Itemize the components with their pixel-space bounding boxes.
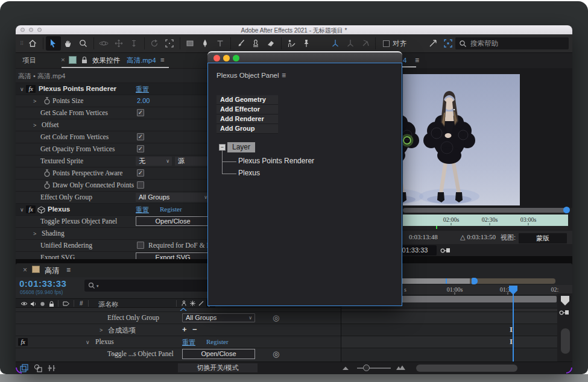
dolly-camera-tool[interactable] [127, 36, 142, 51]
minimize-window-icon[interactable] [223, 55, 230, 61]
lock-icon[interactable] [48, 301, 55, 307]
button-add-renderer[interactable]: Add Renderer [217, 114, 278, 124]
text-tool[interactable] [213, 36, 228, 51]
axis-local-tool[interactable] [327, 36, 343, 51]
snap-checkbox[interactable] [383, 40, 390, 47]
effect-row[interactable]: Points Perspective Aware✓ [16, 167, 212, 179]
tab-comp-name[interactable]: 高清 [45, 266, 59, 276]
checkbox[interactable]: ✓ [137, 145, 144, 152]
timeline-property-row[interactable]: >合成选项+− [16, 324, 341, 336]
viewer-h-scrollbar[interactable] [403, 208, 568, 213]
checkbox[interactable] [137, 242, 144, 249]
pen-tool[interactable] [198, 36, 213, 51]
expander-icon[interactable]: > [33, 230, 36, 237]
tree-item[interactable]: Plexus Points Renderer [238, 157, 314, 165]
expand-transfer-controls-icon[interactable] [34, 364, 43, 372]
expand-inout-columns-icon[interactable] [47, 364, 56, 372]
current-time-indicator-line[interactable] [513, 293, 514, 362]
pick-whip-icon[interactable]: ◎ [273, 313, 279, 323]
viewer-menu-icon[interactable]: ≡ [415, 56, 419, 64]
quality-icon[interactable] [198, 300, 204, 307]
pick-whip-icon[interactable]: ◎ [273, 349, 279, 359]
effect-row[interactable]: ∨fxPlexus Points Renderer重置 [16, 83, 212, 95]
puppet-pin-tool[interactable] [299, 36, 314, 51]
checkbox[interactable]: ✓ [137, 133, 144, 140]
mini-flowchart-icon[interactable] [559, 308, 570, 317]
panel-menu-icon[interactable]: ≡ [282, 71, 286, 80]
tab-project[interactable]: 项目 [22, 56, 36, 65]
timeline-menu-icon[interactable]: ≡ [66, 266, 71, 274]
panel-grip-icon[interactable]: ⠿ [20, 40, 24, 46]
add-icon[interactable]: + [182, 325, 187, 334]
link-重置[interactable]: 重置 [136, 85, 149, 94]
clone-stamp-tool[interactable] [248, 36, 264, 51]
collapse-transform-icon[interactable] [189, 300, 196, 307]
timeline-search-input[interactable]: ▾ [84, 280, 222, 292]
shared-view-tool[interactable] [425, 36, 440, 51]
axis-world-tool[interactable] [343, 36, 358, 51]
snap-toggle[interactable]: 对齐 [383, 39, 406, 48]
close-tab-icon[interactable]: × [23, 266, 27, 274]
collapse-chevron-icon[interactable]: ∨ [86, 339, 90, 346]
timeline-property-row[interactable]: fx∨Plexus重置Register [16, 336, 341, 348]
window-titlebar[interactable]: Adobe After Effects 2021 - 无标题项目 * [16, 25, 572, 34]
expander-icon[interactable]: > [100, 327, 103, 334]
effect-button[interactable]: Export SVG [136, 252, 210, 259]
effect-row[interactable]: Export SVGExport SVG [16, 251, 212, 259]
dropdown[interactable]: 无∨ [136, 157, 172, 166]
expander-icon[interactable]: > [33, 122, 36, 129]
tree-root-layer[interactable]: Layer [227, 142, 255, 152]
effect-row[interactable]: >Offset [16, 119, 212, 131]
row-button[interactable]: Open/Close [182, 349, 255, 359]
zoom-in-mountains-icon[interactable] [396, 365, 405, 371]
zoom-slider-knob[interactable] [363, 365, 370, 371]
tree-item[interactable]: Plexus [238, 169, 260, 177]
panel-menu-icon[interactable]: ≡ [160, 56, 165, 63]
toggle-switches-modes-button[interactable]: 切换开关/模式 [178, 363, 258, 372]
layer-select-dropdown[interactable]: 源 [175, 157, 210, 166]
v-scrollbar-thumb[interactable] [561, 328, 570, 354]
remove-icon[interactable]: − [192, 325, 197, 334]
button-add-effector[interactable]: Add Effector [217, 105, 278, 114]
checkbox[interactable]: ✓ [137, 169, 144, 177]
expander-icon[interactable]: > [33, 98, 36, 105]
link-register[interactable]: Register [206, 338, 229, 345]
rotation-tool[interactable] [147, 36, 162, 51]
marker-bin-shield-icon[interactable] [560, 295, 570, 306]
brush-tool[interactable] [233, 36, 248, 51]
workspace-search-toggle[interactable] [440, 36, 455, 51]
collapse-chevron-icon[interactable]: ∨ [20, 86, 24, 93]
effect-button[interactable]: Open/Close [136, 216, 210, 226]
effect-row[interactable]: >Points Size2.00 [16, 95, 212, 107]
zoom-out-mountain-icon[interactable] [342, 366, 349, 371]
effect-row[interactable]: Effect Only GroupAll Groups∨ [16, 191, 212, 203]
audio-icon[interactable] [30, 301, 37, 307]
tree-collapse-box[interactable]: − [219, 144, 226, 151]
solo-icon[interactable] [40, 301, 45, 307]
timeline-property-row[interactable]: Effect Only GroupAll Groups∨◎ [16, 312, 341, 324]
close-window-icon[interactable] [213, 55, 220, 61]
current-timecode[interactable]: 0:01:33:33 [19, 278, 66, 289]
eraser-tool[interactable] [264, 36, 279, 51]
effect-row[interactable]: ∨fxPlexus重置Register [16, 203, 212, 215]
hand-tool[interactable] [61, 36, 76, 51]
roto-brush-tool[interactable] [284, 36, 299, 51]
viewer-scroll-handle[interactable] [563, 207, 570, 213]
link-重置[interactable]: 重置 [136, 205, 149, 214]
effect-row[interactable]: Get Opacity From Vertices✓ [16, 143, 212, 155]
tab-effect-target[interactable]: 高清.mp4 [127, 56, 156, 65]
home-tool[interactable] [25, 36, 40, 51]
lock-icon[interactable] [81, 56, 88, 64]
view-mode-dropdown[interactable]: 蒙版 [519, 233, 567, 243]
timeline-zoom-slider[interactable] [357, 368, 391, 369]
effect-row[interactable]: Textured Sprite无∨源 [16, 155, 212, 167]
mini-flowchart-icon[interactable] [440, 246, 451, 255]
collapse-chevron-icon[interactable]: ∨ [20, 206, 24, 214]
checkbox[interactable]: ✓ [137, 109, 144, 116]
property-value[interactable]: 2.00 [137, 97, 150, 104]
orbit-camera-tool[interactable] [96, 36, 112, 51]
rectangle-tool[interactable] [183, 36, 198, 51]
effect-row[interactable]: Draw Only Connected Points [16, 179, 212, 191]
zoom-tool[interactable] [76, 36, 91, 51]
effect-row[interactable]: Toggle Plexus Object PanelOpen/Close [16, 215, 212, 227]
